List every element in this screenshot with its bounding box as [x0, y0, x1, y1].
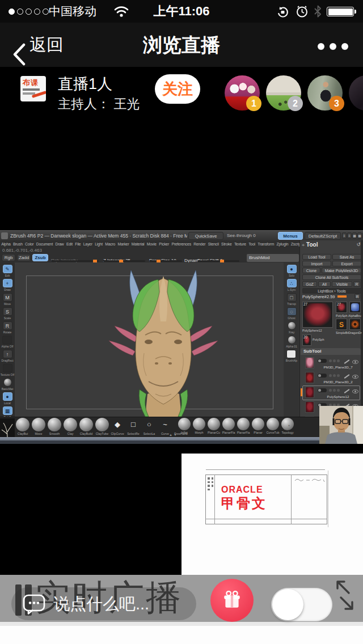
brush-sphere-icon [16, 418, 29, 431]
zbrush-logo-icon [1, 232, 8, 239]
load-tool-button: Load Tool [302, 254, 331, 260]
shelf-icon [288, 336, 296, 344]
tool-palette-header: ⌖Tool ↺ [302, 242, 361, 248]
subtool-toggle [318, 374, 327, 378]
thumbnail-label: SimpleBr [336, 331, 348, 334]
brush-sphere-icon [95, 418, 109, 431]
tool-thumbnail: 27 [336, 302, 347, 313]
toggle-knob[interactable] [272, 589, 303, 620]
draw-size-slider: Draw Size 19 [149, 254, 182, 261]
shelf-label: Ghost [288, 316, 295, 320]
menu-item: Stroke [220, 241, 233, 248]
subtool-row: PM3D_Plane3D_7 [301, 356, 361, 371]
clone-button: Clone [302, 268, 320, 273]
active-tool-thumbnail: 27 [302, 302, 333, 328]
left-shelf-button: + Draw [3, 279, 12, 291]
rank-badge: 2 [288, 96, 303, 111]
brush-thumbnail: Smooth [47, 418, 62, 435]
shelf-label: Draw [4, 288, 11, 291]
host-avatar[interactable]: 布课 [20, 76, 46, 101]
left-shelf-button: M Move [3, 293, 12, 306]
tool-button-row: GoZ All Visible R [302, 281, 360, 287]
right-shelf-button: ● Solo [287, 265, 297, 277]
stroke-tool-label: ClipCurve [111, 432, 124, 435]
chat-input[interactable] [52, 588, 191, 619]
shelf-icon: □ [287, 293, 297, 302]
right-shelf-button: ◌ Ghost [287, 307, 297, 320]
brush-sphere-icon [64, 418, 77, 431]
menu-item: Zscript [290, 241, 299, 248]
menu-item: Brush [12, 241, 24, 248]
viewer-avatar[interactable]: 1 [225, 75, 260, 111]
quicksave-button: QuickSave [188, 232, 223, 240]
screenshare-video-zbrush[interactable]: ZBrush 4R6 P2 — Danweek slogan — Active … [0, 230, 363, 444]
left-shelf-button: BasicMat [2, 378, 14, 391]
brush-sphere-icon [237, 418, 250, 430]
brush-sphere-icon [178, 418, 191, 430]
left-shelf-button: S Scale [3, 307, 12, 320]
tool-button-row: Load Tool Save As [302, 254, 361, 260]
menu-item: Stencil [207, 241, 220, 248]
defaultzscript-button: DefaultZScript [305, 232, 341, 240]
live-count-label: 直播1人 [58, 74, 112, 94]
subtool-row: PM3D_Plane3D_2 [301, 371, 361, 385]
stroke-tool-icon: ~ [163, 418, 167, 431]
lightbox-tools-button: LightBox › Tools [302, 288, 361, 294]
viewer-avatar[interactable] [349, 75, 363, 111]
viewer-avatar[interactable]: 2 [266, 75, 301, 111]
stroke-tool-label: SelectRe [127, 432, 140, 435]
bottom-divider [0, 622, 363, 626]
handwritten-note [294, 476, 327, 484]
brush-sphere-icon [32, 418, 45, 431]
brush-label: CurveTub [266, 431, 279, 434]
menu-item: Texture [233, 241, 247, 248]
thumbnail-label: AlphaBru [348, 314, 361, 317]
eye-visibility-icon [352, 375, 358, 379]
thumbnail-label: PolySph [313, 338, 324, 341]
follow-button[interactable]: 关注 [155, 74, 200, 104]
brush-sphere-icon [48, 418, 61, 431]
oracle-logo-cn: 甲骨文 [221, 494, 267, 512]
brush-sphere-icon [208, 418, 220, 430]
right-shelf: ● Solo ∴ L.Sym □ Transp ◌ Ghost [284, 262, 299, 425]
sculpt-canvas [15, 262, 284, 417]
z-intensity-slider: Z Intensity 25 [103, 254, 145, 261]
brush-thumbnail: PlanarFla [236, 418, 251, 434]
clone-all-subtools-button: Clone All SubTools [302, 274, 361, 280]
left-shelf-button: ↑ DragRect [1, 350, 13, 362]
more-menu-button[interactable] [318, 43, 348, 50]
menu-item: Zplugin [275, 241, 289, 248]
page-edge-line [328, 471, 328, 527]
gift-button[interactable] [210, 579, 254, 622]
fullscreen-expand-icon[interactable] [332, 577, 358, 613]
left-shelf-button: Alpha Off [2, 336, 14, 348]
shelf-label: Alpha 01 [286, 345, 297, 348]
export-button: Export [332, 261, 361, 266]
brush-label: ClayBuild [80, 432, 92, 435]
subtool-thumbnail [305, 357, 314, 368]
right-shelf-button: ∴ L.Sym [287, 279, 297, 291]
menu-item: Marker [116, 241, 130, 248]
stroke-tool-icon: ○ [147, 418, 151, 431]
rgb-intensity-slider: Rgb Intensity [51, 254, 99, 261]
host-logo-text: 布课 [23, 78, 39, 88]
left-shelf-button: ● Local [3, 392, 12, 405]
shelf-icon [3, 378, 12, 387]
right-shelf-button: □ Transp [287, 293, 297, 306]
shelf-label: BrushAlp [286, 359, 297, 362]
brush-thumbnail: ClayBui [15, 418, 31, 435]
zadd-button: Zadd [17, 254, 31, 261]
shelf-icon: + [3, 279, 12, 287]
eye-visibility-icon [352, 389, 358, 393]
rgb-button: Rgb [2, 254, 15, 261]
menu-item: Render [192, 241, 206, 248]
camera-toggle-switch[interactable] [271, 588, 332, 621]
brush-list-2: Inflat Morph PlanarCu PlanarFla [177, 418, 295, 434]
viewer-avatar[interactable]: 3 [307, 75, 343, 111]
shelf-icon [286, 350, 296, 358]
menu-item: Layer [82, 241, 94, 248]
tool-button-row: Clone All SubTools [302, 274, 361, 280]
table-divider [205, 519, 327, 519]
right-shelf-button: BrushAlp [286, 350, 297, 362]
shelf-label: Move [4, 302, 11, 306]
